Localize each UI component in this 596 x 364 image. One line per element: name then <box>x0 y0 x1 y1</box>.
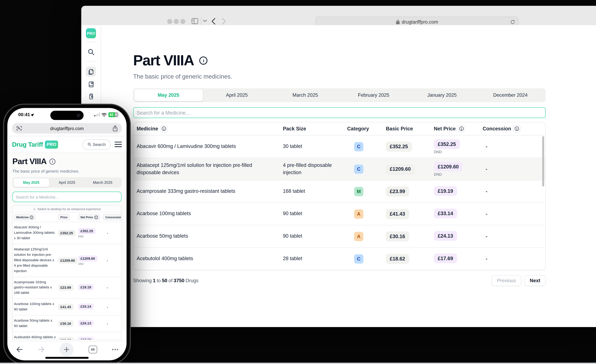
info-icon[interactable] <box>50 158 55 164</box>
table-row[interactable]: Abacavir 600mg / Lamivudine 300mg tablet… <box>134 135 545 158</box>
table-row[interactable]: Acarbose 100mg tablets 90 tablet A £41.4… <box>134 203 545 225</box>
status-bar: 00:41 63 <box>7 108 127 121</box>
mobile-address-bar[interactable]: drugtariffpro.com <box>12 123 122 134</box>
net-price: £24.13 <box>434 231 457 240</box>
medicine-name: Acamprosate 333mg gastro-resistant table… <box>137 188 283 195</box>
table-row[interactable]: Acamprosate 333mg gastro-resistant table… <box>13 277 121 299</box>
info-icon[interactable] <box>199 57 207 65</box>
net-price: £19.19 <box>78 284 94 290</box>
battery-percent: 63 <box>108 112 115 117</box>
concession-value: - <box>483 166 545 172</box>
pack-size: 4 pre-filled disposable injection <box>283 162 347 176</box>
new-tab-button[interactable] <box>60 342 74 357</box>
traffic-light-close[interactable] <box>167 19 172 24</box>
sidebar-item-tariff-pages[interactable] <box>86 67 96 77</box>
net-price: £33.14 <box>434 208 457 218</box>
medicine-name: Abatacept 125mg/1ml solution for injecti… <box>14 247 58 274</box>
concession-value: - <box>103 259 120 262</box>
medicine-name: Acebutolol 400mg tablets <box>137 255 283 262</box>
tabs-button[interactable]: 68 <box>89 346 97 353</box>
basic-price: £41.43 <box>386 209 409 219</box>
brand-wordmark[interactable]: Drug Tariff <box>12 141 43 148</box>
month-tabs: May 2025 April 2025 March 2025 <box>12 177 121 188</box>
sidebar-toggle-icon[interactable] <box>191 18 199 24</box>
sidebar-item-medicine-bottle[interactable] <box>86 91 96 101</box>
price: £1209.60 <box>58 257 77 263</box>
back-button[interactable] <box>16 346 23 353</box>
table-row[interactable]: Acarbose 50mg tablets x 90 tablet £30.16… <box>13 316 121 332</box>
table-row[interactable]: Acebutolol 400mg tablets x 28 tablet £18… <box>13 332 121 340</box>
previous-button[interactable]: Previous <box>492 275 521 286</box>
reload-icon[interactable] <box>510 19 515 24</box>
tab-january-2025[interactable]: January 2025 <box>408 89 476 101</box>
table-scrollbar[interactable] <box>542 136 544 186</box>
signal-icon <box>94 113 100 117</box>
forward-icon[interactable] <box>222 18 226 25</box>
info-icon[interactable] <box>160 125 167 132</box>
category-badge: A <box>354 209 364 219</box>
table-footer: Showing 1 to 50 of 3750 Drugs Previous N… <box>133 275 546 286</box>
table-row[interactable]: Abatacept 125mg/1ml solution for injecti… <box>13 244 121 277</box>
url-text: drugtariffpro.com <box>402 19 438 24</box>
more-button[interactable] <box>112 349 118 350</box>
table-row[interactable]: Acarbose 100mg tablets x 90 tablet £41.4… <box>13 299 121 316</box>
tab-december-2024[interactable]: December 2024 <box>476 89 545 101</box>
tab-march-2025[interactable]: March 2025 <box>85 178 120 187</box>
tab-february-2025[interactable]: February 2025 <box>339 89 408 101</box>
info-icon <box>94 215 98 219</box>
browser-window: drugtariffpro.com PRO <box>81 6 596 327</box>
info-icon[interactable] <box>458 125 465 132</box>
net-price: £352.25 <box>434 139 460 149</box>
results-summary: Showing 1 to 50 of 3750 Drugs <box>133 278 200 283</box>
basic-price: £30.16 <box>386 231 409 241</box>
table-row[interactable]: Abatacept 125mg/1ml solution for injecti… <box>134 158 545 180</box>
dnd-label: DND <box>78 235 84 238</box>
menu-button[interactable] <box>115 141 122 147</box>
search-icon[interactable] <box>86 47 96 57</box>
stage: drugtariffpro.com PRO <box>0 0 596 364</box>
table-row[interactable]: Acarbose 50mg tablets 90 tablet A £30.16… <box>134 225 545 248</box>
app-logo[interactable]: PRO <box>86 28 96 38</box>
traffic-light-zoom[interactable] <box>180 19 185 24</box>
medicine-search-input[interactable] <box>133 107 546 118</box>
concession-value: - <box>483 256 545 261</box>
info-icon[interactable] <box>514 125 521 132</box>
basic-price: £23.99 <box>386 186 409 196</box>
traffic-light-minimize[interactable] <box>174 19 179 24</box>
share-icon[interactable] <box>113 125 118 132</box>
concession-value: - <box>103 231 120 235</box>
table-row[interactable]: Acamprosate 333mg gastro-resistant table… <box>134 180 545 203</box>
table-header-row: Medicine Pack Size Category Basic Price … <box>134 122 545 135</box>
back-icon[interactable] <box>211 18 216 25</box>
table-row[interactable]: Abacavir 600mg / Lamivudine 300mg tablet… <box>13 222 121 244</box>
concession-value: - <box>103 305 120 309</box>
tab-march-2025[interactable]: March 2025 <box>271 89 339 101</box>
concession-value: - <box>103 338 120 340</box>
header-pack-size: Pack Size <box>283 126 347 132</box>
chevron-down-icon[interactable] <box>203 19 207 22</box>
net-price: £17.69 <box>78 336 94 340</box>
sidebar-item-book[interactable] <box>86 79 96 89</box>
net-price: £1209.60 <box>434 162 462 171</box>
forward-button[interactable] <box>38 346 45 353</box>
tab-april-2025[interactable]: April 2025 <box>203 89 271 101</box>
medicine-search-input[interactable] <box>12 192 121 202</box>
basic-price: £1209.60 <box>386 164 415 174</box>
concession-value: - <box>103 322 120 326</box>
tab-may-2025[interactable]: May 2025 <box>13 178 49 187</box>
tab-april-2025[interactable]: April 2025 <box>49 178 85 187</box>
table-row[interactable]: Acebutolol 400mg tablets 28 tablet C £18… <box>134 248 545 270</box>
wifi-icon <box>101 112 107 117</box>
home-indicator[interactable] <box>45 357 89 359</box>
header-concession: Concession <box>483 125 545 132</box>
basic-price: £18.62 <box>386 254 409 264</box>
dnd-label: DND <box>434 172 442 176</box>
page-settings-icon[interactable] <box>16 126 22 131</box>
page-subtitle: The basic price of generic medicines. <box>12 169 121 173</box>
tab-may-2025[interactable]: May 2025 <box>134 89 203 101</box>
header-net-price: Net Price <box>434 125 483 132</box>
iphone-frame: 00:41 63 <box>3 104 131 364</box>
search-button[interactable]: Search <box>82 139 111 149</box>
next-button[interactable]: Next <box>524 275 545 286</box>
page-title-row: Part VIIIA <box>12 153 121 166</box>
